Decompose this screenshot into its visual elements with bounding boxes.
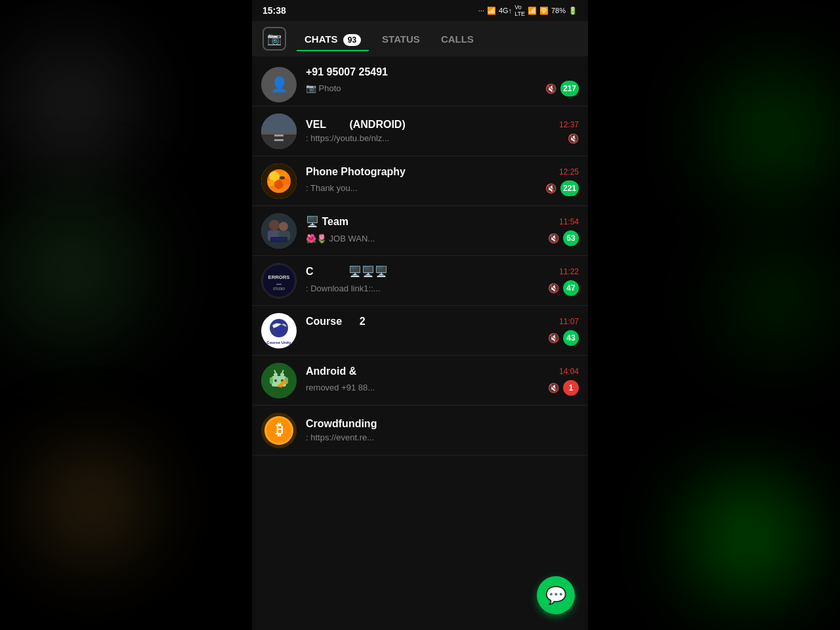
mute-icon-errors-c: 🔇 [548,283,559,293]
avatar-crowdfunding-svg: ₿ [261,413,297,448]
chat-item-phone-photography[interactable]: Phone Photography 12:25 : Thank you... 🔇… [252,156,588,206]
chat-item-partial[interactable]: 👤 +91 95007 25491 📷 Photo 🔇 217 [252,56,588,106]
chat-preview-vel: : https://youtu.be/nlz... 🔇 [306,133,579,144]
tab-status-label: STATUS [382,33,420,45]
chat-name-course-unity: Course 2 [306,316,366,327]
bokeh-blob-6 [689,479,807,597]
chat-time-phone-photography: 12:25 [559,167,579,177]
battery-icon: 🔋 [568,7,578,15]
chat-name-phone-photography: Phone Photography [306,166,406,178]
tab-calls-label: CALLS [441,33,474,45]
svg-point-30 [274,373,278,377]
avatar-team [261,213,297,249]
chat-header-errors-c: C 🖥️🖥️🖥️ 11:22 [306,265,579,278]
chat-content-errors-c: C 🖥️🖥️🖥️ 11:22 : Download link1::... 🔇 4… [306,265,579,296]
avatar-phone-photography [261,163,297,199]
chat-preview-errors-c: : Download link1::... 🔇 47 [306,280,579,296]
unread-badge-errors-c: 47 [563,280,579,296]
chat-preview-text: 📷 Photo [306,83,541,93]
svg-text:₿: ₿ [276,421,283,438]
chat-name-crowdfunding: Crowdfunding [306,418,377,430]
sim-icon: 📶 [487,7,496,15]
chat-content-team: 🖥️ Team 11:54 🌺🌷 JOB WAN... 🔇 63 [306,215,579,246]
mute-icon-course-unity: 🔇 [548,333,559,343]
svg-point-12 [280,176,285,179]
tab-calls[interactable]: CALLS [433,30,482,49]
chat-header-phone-photography: Phone Photography 12:25 [306,166,579,178]
avatar-course-unity-svg: Course Unity [263,315,295,346]
bokeh-blob-2 [0,197,144,341]
chat-item-course-unity[interactable]: Course Unity Course 2 11:07 🔇 43 [252,306,588,356]
tab-status[interactable]: STATUS [374,30,428,49]
mute-icon-phone-photography: 🔇 [545,183,556,194]
tab-chats-label: CHATS [304,33,338,45]
camera-button[interactable]: 📷 [262,27,286,51]
status-time: 15:38 [262,5,286,16]
chat-name-errors-c: C 🖥️🖥️🖥️ [306,265,388,278]
chat-content-vel: VEL (ANDROID) 12:37 : https://youtu.be/n… [306,119,579,144]
svg-point-34 [274,379,277,382]
chat-header-team: 🖥️ Team 11:54 [306,215,579,228]
chat-header-crowdfunding: Crowdfunding [306,418,579,430]
svg-text:ERRORS: ERRORS [268,274,290,280]
svg-rect-36 [270,377,273,384]
chat-content-phone-photography: Phone Photography 12:25 : Thank you... 🔇… [306,166,579,196]
avatar-errors: ERRORS •••• STUDIO [261,263,297,299]
status-icons: ··· 📶 4G↑ VoLTE 📶 🛜 78% 🔋 [478,4,578,17]
svg-rect-19 [272,238,286,241]
mute-icon-vel: 🔇 [568,133,579,144]
unread-badge-android: 1 [563,380,579,396]
bokeh-blob-4 [709,66,840,197]
chat-item-android[interactable]: Android & 14:04 removed +91 88... 🔇 1 [252,356,588,406]
chat-preview-android: removed +91 88... 🔇 1 [306,380,579,396]
wifi-icon: 🛜 [539,7,549,15]
chat-time-vel: 12:37 [559,120,579,129]
avatar-errors-svg: ERRORS •••• STUDIO [262,263,296,299]
chat-content: +91 95007 25491 📷 Photo 🔇 217 [306,66,579,96]
battery-percent: 78% [551,7,566,14]
unread-badge-phone-photography: 221 [560,180,579,196]
svg-point-14 [269,220,280,230]
preview-text-android: removed +91 88... [306,383,544,392]
mute-icon-team: 🔇 [548,233,559,243]
svg-rect-3 [274,139,284,141]
chat-item-team[interactable]: 🖥️ Team 11:54 🌺🌷 JOB WAN... 🔇 63 [252,206,588,256]
top-nav: 📷 CHATS 93 STATUS CALLS [252,21,588,56]
avatar-course-unity: Course Unity [261,313,297,348]
avatar-flower-svg [261,163,297,199]
mute-icon: 🔇 [545,83,556,94]
chat-name-vel: VEL (ANDROID) [306,119,406,131]
svg-point-9 [274,180,284,189]
avatar: 👤 [261,67,297,102]
svg-rect-20 [262,264,296,298]
preview-text-crowdfunding: : https://event.re... [306,432,579,442]
svg-text:Course Unity: Course Unity [266,341,291,345]
svg-point-38 [278,385,280,387]
unread-badge-team: 63 [563,230,579,246]
chat-item-crowdfunding[interactable]: ₿ Crowdfunding : https://event.re... [252,406,588,455]
preview-text-vel: : https://youtu.be/nlz... [306,133,564,143]
chat-name-team: 🖥️ Team [306,215,348,228]
signal-icon: 📶 [528,7,537,15]
chat-list: 👤 +91 95007 25491 📷 Photo 🔇 217 [252,56,588,630]
preview-text-errors-c: : Download link1::... [306,284,544,293]
chat-content-crowdfunding: Crowdfunding : https://event.re... [306,418,579,442]
svg-text:STUDIO: STUDIO [273,287,285,291]
chats-badge: 93 [343,34,361,46]
chat-time-team: 11:54 [559,217,579,226]
avatar-crowdfunding: ₿ [261,413,297,448]
new-chat-fab[interactable]: 💬 [537,576,575,614]
chat-preview-team: 🌺🌷 JOB WAN... 🔇 63 [306,230,579,246]
avatar-android-svg [261,363,297,398]
chat-time-course-unity: 11:07 [559,317,579,326]
bokeh-blob-3 [33,446,151,564]
tab-chats[interactable]: CHATS 93 [297,30,369,49]
chat-item-vel[interactable]: VEL (ANDROID) 12:37 : https://youtu.be/n… [252,106,588,156]
svg-point-31 [280,373,284,377]
bokeh-blob-5 [728,249,827,348]
chat-item-errors-c[interactable]: ERRORS •••• STUDIO C 🖥️🖥️🖥️ 11:22 : Down… [252,256,588,306]
chat-header-course-unity: Course 2 11:07 [306,316,579,327]
avatar-vel [261,114,297,149]
network-4g: 4G↑ [499,7,512,14]
status-bar: 15:38 ··· 📶 4G↑ VoLTE 📶 🛜 78% 🔋 [252,0,588,21]
